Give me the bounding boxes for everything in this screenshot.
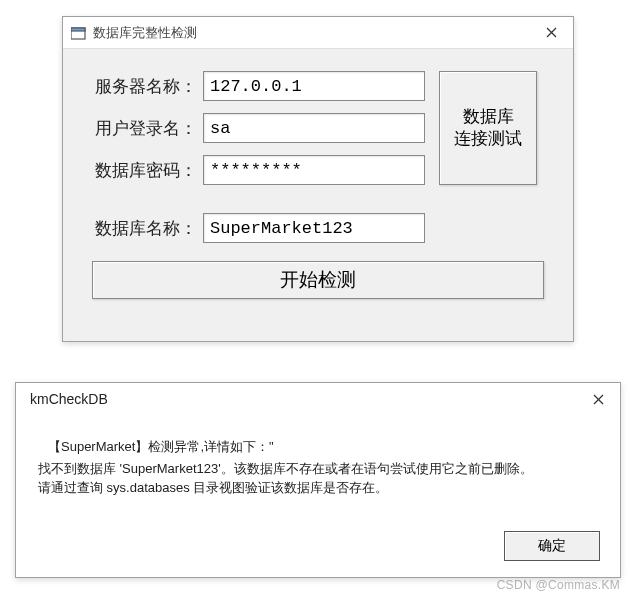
upper-group: 服务器名称： 用户登录名： 数据库密码： 数据库 连接测试 <box>83 71 553 197</box>
password-row: 数据库密码： <box>83 155 425 185</box>
message-line-2: 找不到数据库 'SuperMarket123'。该数据库不存在或者在语句尝试使用… <box>38 459 600 479</box>
user-label: 用户登录名： <box>83 117 203 140</box>
window-body: 服务器名称： 用户登录名： 数据库密码： 数据库 连接测试 数据库名称： 开始检… <box>63 49 573 317</box>
close-button[interactable] <box>529 17 573 49</box>
watermark: CSDN @Commas.KM <box>497 578 620 592</box>
dialog-titlebar: kmCheckDB <box>16 383 620 415</box>
user-row: 用户登录名： <box>83 113 425 143</box>
password-label: 数据库密码： <box>83 159 203 182</box>
dialog-close-button[interactable] <box>576 383 620 415</box>
titlebar-controls <box>529 17 573 49</box>
titlebar-left: 数据库完整性检测 <box>71 24 197 42</box>
dbname-input[interactable] <box>203 213 425 243</box>
message-line-1: 【SuperMarket】检测异常,详情如下：" <box>48 437 600 457</box>
titlebar: 数据库完整性检测 <box>63 17 573 49</box>
dialog-title: kmCheckDB <box>24 391 108 407</box>
message-dialog: kmCheckDB 【SuperMarket】检测异常,详情如下：" 找不到数据… <box>15 382 621 578</box>
server-row: 服务器名称： <box>83 71 425 101</box>
svg-rect-1 <box>71 28 85 31</box>
dialog-button-row: 确定 <box>504 531 600 561</box>
server-label: 服务器名称： <box>83 75 203 98</box>
start-check-button[interactable]: 开始检测 <box>92 261 544 299</box>
upper-fields: 服务器名称： 用户登录名： 数据库密码： <box>83 71 425 197</box>
message-line-3: 请通过查询 sys.databases 目录视图验证该数据库是否存在。 <box>38 478 600 498</box>
dbname-label: 数据库名称： <box>83 217 203 240</box>
password-input[interactable] <box>203 155 425 185</box>
dbname-row: 数据库名称： <box>83 213 553 243</box>
server-input[interactable] <box>203 71 425 101</box>
ok-button[interactable]: 确定 <box>504 531 600 561</box>
app-icon <box>71 26 87 40</box>
user-input[interactable] <box>203 113 425 143</box>
main-window: 数据库完整性检测 服务器名称： 用户登录名： <box>62 16 574 342</box>
test-connection-button[interactable]: 数据库 连接测试 <box>439 71 537 185</box>
dialog-body: 【SuperMarket】检测异常,详情如下：" 找不到数据库 'SuperMa… <box>16 415 620 508</box>
window-title: 数据库完整性检测 <box>93 24 197 42</box>
dialog-titlebar-controls <box>576 383 620 415</box>
